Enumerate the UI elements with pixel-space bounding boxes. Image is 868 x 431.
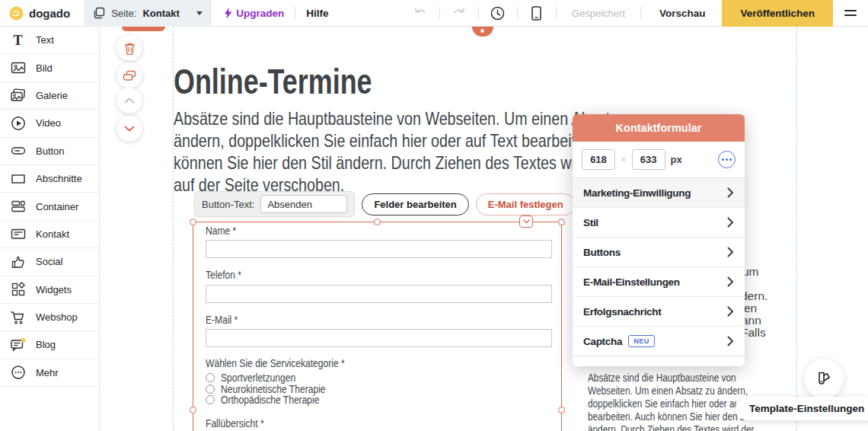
divider: [556, 7, 557, 20]
resize-handle-top-right[interactable]: [558, 219, 565, 225]
sidebar-item-galerie[interactable]: Galerie: [0, 82, 99, 110]
brand-name: dogado: [29, 7, 70, 20]
page-selector-label: Seite:: [111, 8, 136, 19]
brand-logo[interactable]: dogado: [9, 6, 70, 21]
thumbs-up-icon: [10, 254, 26, 270]
sidebar-item-text[interactable]: T Text: [0, 27, 99, 54]
template-settings-button[interactable]: Template-Einstellungen: [736, 397, 868, 420]
set-email-button[interactable]: E-Mail festlegen: [476, 193, 576, 216]
publish-button[interactable]: Veröffentlichen: [722, 0, 833, 27]
collapse-handle[interactable]: [519, 216, 533, 228]
panel-title: Kontaktformular: [616, 122, 702, 134]
resize-handle-left[interactable]: [190, 407, 196, 413]
move-down-button[interactable]: [116, 116, 142, 142]
chevron-right-icon: [727, 306, 734, 317]
sidebar-item-abschnitte[interactable]: Abschnitte: [0, 165, 99, 193]
chevron-right-icon: [727, 247, 734, 257]
sidebar-item-video[interactable]: Video: [0, 110, 99, 137]
divider: [295, 7, 295, 20]
panel-item-marketing-einwilligung[interactable]: Marketing-Einwilligung: [573, 178, 745, 208]
move-up-button[interactable]: [116, 88, 142, 113]
resize-handle-right[interactable]: [558, 407, 565, 413]
section-action-pill[interactable]: [122, 27, 165, 31]
lightning-icon: [224, 8, 232, 19]
notification-dot: [21, 338, 26, 343]
help-button[interactable]: Hilfe: [306, 8, 328, 19]
resize-handle-top-left[interactable]: [190, 219, 196, 225]
sidebar-item-button[interactable]: Button: [0, 138, 99, 165]
chevron-right-icon: [727, 336, 734, 346]
button-text-group: Button-Text:: [194, 191, 355, 217]
redo-button[interactable]: [451, 8, 468, 19]
preview-button[interactable]: Vorschau: [659, 8, 706, 19]
elements-sidebar: T Text Bild Galerie Video Button Abschni…: [0, 27, 100, 431]
add-section-handle[interactable]: [472, 27, 493, 37]
page-selector[interactable]: Seite: Kontakt: [84, 0, 212, 27]
panel-header[interactable]: Kontaktformular: [573, 114, 745, 142]
dogado-logo-icon: [9, 6, 24, 21]
delete-button[interactable]: [116, 35, 142, 61]
sidebar-item-social[interactable]: Social: [0, 248, 99, 276]
panel-item-captcha[interactable]: Captcha NEU: [573, 327, 745, 356]
menu-button[interactable]: [844, 10, 857, 17]
text-fragment: um: [742, 265, 759, 279]
undo-icon: [413, 8, 427, 19]
widgets-icon: [10, 282, 26, 298]
topbar: dogado Seite: Kontakt Upgraden Hilfe: [0, 0, 868, 27]
size-more-options-button[interactable]: [718, 151, 736, 168]
upgrade-button[interactable]: Upgraden: [224, 8, 284, 19]
divider: [640, 7, 641, 20]
sidebar-item-webshop[interactable]: Webshop: [0, 304, 99, 331]
sidebar-item-container[interactable]: Container: [0, 193, 99, 220]
resize-handle-top-center[interactable]: [374, 219, 381, 225]
sidebar-item-blog[interactable]: Blog: [0, 331, 99, 359]
chevron-down-icon: [196, 11, 203, 15]
undo-button[interactable]: [412, 8, 429, 19]
width-input[interactable]: [582, 149, 615, 170]
container-icon: [10, 199, 26, 215]
palette-icon: [815, 369, 833, 388]
mobile-preview-button[interactable]: [528, 6, 545, 21]
template-settings-icon-button[interactable]: [804, 359, 844, 398]
history-clock-icon: [490, 6, 505, 21]
height-input[interactable]: [632, 149, 665, 170]
sidebar-item-mehr[interactable]: Mehr: [0, 359, 99, 387]
panel-item-erfolgsnachricht[interactable]: Erfolgsnachricht: [573, 297, 745, 327]
size-separator: ×: [621, 154, 627, 165]
edit-fields-button[interactable]: Felder bearbeiten: [362, 193, 468, 216]
divider: [439, 7, 440, 20]
upgrade-label: Upgraden: [236, 8, 284, 19]
form-edit-toolbar: Button-Text: Felder bearbeiten E-Mail fe…: [194, 191, 600, 217]
divider: [517, 7, 518, 20]
button-text-label: Button-Text:: [202, 199, 254, 210]
button-icon: [10, 143, 26, 159]
gallery-icon: [10, 88, 26, 104]
duplicate-button[interactable]: [116, 62, 142, 88]
cart-icon: [10, 309, 26, 325]
panel-item-email-einstellungen[interactable]: E-Mail-Einstellungen: [573, 267, 745, 297]
sidebar-item-widgets[interactable]: Widgets: [0, 276, 99, 304]
text-icon: T: [10, 32, 26, 48]
kontaktformular-panel: Kontaktformular × px Marketing-Einwillig…: [573, 114, 745, 366]
chevron-down-icon: [124, 126, 135, 132]
save-status: Gespeichert: [572, 8, 625, 19]
pages-icon: [93, 7, 105, 19]
contact-form-icon: [10, 226, 26, 242]
section-guide-right: [796, 27, 797, 431]
sidebar-item-kontakt[interactable]: Kontakt: [0, 221, 99, 248]
panel-item-stil[interactable]: Stil: [573, 208, 745, 238]
form-selection-frame[interactable]: [193, 222, 562, 431]
sections-icon: [10, 171, 26, 187]
size-row: × px: [573, 142, 745, 178]
divider: [478, 7, 479, 20]
chevron-right-icon: [727, 217, 734, 228]
history-button[interactable]: [490, 6, 506, 21]
panel-item-buttons[interactable]: Buttons: [573, 238, 745, 267]
duplicate-icon: [123, 70, 136, 81]
more-icon: [10, 365, 26, 381]
chevron-down-icon: [523, 219, 530, 224]
button-text-input[interactable]: [260, 195, 347, 213]
size-unit: px: [671, 154, 682, 165]
sidebar-item-bild[interactable]: Bild: [0, 54, 99, 81]
panel-footer: [573, 356, 745, 366]
